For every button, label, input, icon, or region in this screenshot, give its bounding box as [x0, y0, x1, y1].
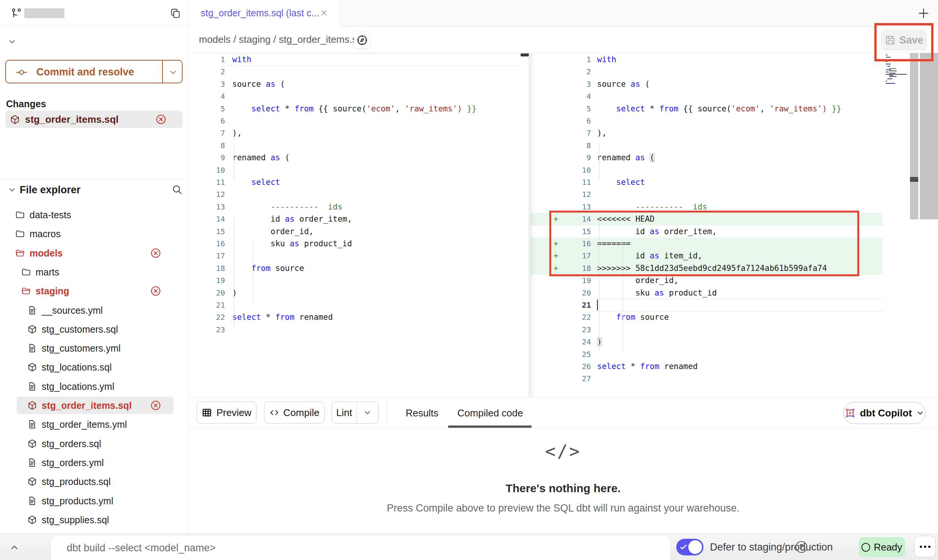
- status-circle-icon: [861, 543, 870, 552]
- panel-tab-results[interactable]: Results: [400, 397, 444, 429]
- empty-state-title: There's nothing here.: [188, 482, 938, 495]
- code-line-21: 21: [530, 299, 883, 311]
- discard-change-icon[interactable]: [150, 285, 161, 297]
- code-line-9: 9renamed as (: [530, 152, 883, 164]
- model-cube-icon: [27, 439, 37, 449]
- file-item-stg-customers-sql[interactable]: stg_customers.sql: [0, 321, 188, 338]
- preview-button[interactable]: Preview: [197, 402, 256, 424]
- discard-change-icon[interactable]: [150, 400, 161, 411]
- right-scrollbar-thumb[interactable]: [910, 177, 918, 182]
- dbt-ide-window: Version control 1 Commit and resolve Cha…: [0, 0, 938, 560]
- code-line-24: 24): [530, 336, 883, 348]
- file-doc-icon: [27, 419, 37, 429]
- code-line-10: 10: [530, 164, 883, 177]
- file-item-data-tests[interactable]: data-tests: [0, 206, 188, 224]
- chevron-down-icon[interactable]: [8, 37, 17, 46]
- new-tab-plus-icon[interactable]: [917, 7, 930, 20]
- more-options-button[interactable]: [914, 536, 936, 557]
- lineage-compass-icon[interactable]: [354, 32, 371, 48]
- branch-name-placeholder: [24, 8, 64, 18]
- table-grid-icon: [202, 407, 212, 418]
- code-line-22: 22select * from renamed: [196, 311, 522, 324]
- defer-toggle[interactable]: [676, 539, 704, 555]
- file-item-stg-orders-sql[interactable]: stg_orders.sql: [0, 435, 188, 452]
- file-type-icon: [27, 477, 37, 486]
- discard-change-icon[interactable]: [150, 247, 161, 259]
- defer-label: Defer to staging/production: [710, 534, 833, 560]
- version-control-header[interactable]: Version control 1: [0, 33, 188, 50]
- search-icon[interactable]: [171, 184, 183, 195]
- chevron-down-icon[interactable]: [8, 185, 17, 194]
- code-line-18: +18>>>>>>> 58c1dd23d5eebd9cd2495fa7124ab…: [530, 262, 883, 275]
- file-doc-icon: [27, 305, 37, 315]
- file-item-stg-order-items-sql[interactable]: stg_order_items.sql: [0, 397, 188, 414]
- active-tab-underline: [448, 425, 532, 428]
- file-item-stg-products-sql[interactable]: stg_products.sql: [0, 473, 188, 490]
- code-line-12: 12: [530, 188, 883, 201]
- right-scrollbar-track[interactable]: [910, 53, 918, 219]
- file-explorer-header[interactable]: File explorer: [0, 179, 188, 200]
- copy-icon: [170, 8, 181, 19]
- sidebar-header: [0, 0, 188, 25]
- panel-tab-compiled-code[interactable]: Compiled code: [450, 397, 531, 429]
- diff-editor[interactable]: 1with23source as (45 select * from {{ so…: [188, 53, 938, 397]
- indent-guide: [234, 217, 234, 327]
- file-item-stg-orders-yml[interactable]: stg_orders.yml: [0, 454, 188, 471]
- lint-button[interactable]: Lint: [332, 402, 357, 423]
- lint-split-button[interactable]: Lint: [331, 402, 378, 424]
- compile-button[interactable]: Compile: [264, 402, 325, 424]
- chevron-up-icon[interactable]: [9, 542, 20, 553]
- commit-and-resolve-button[interactable]: Commit and resolve: [5, 60, 183, 83]
- chevron-down-icon[interactable]: [8, 185, 17, 194]
- file-item-stg-locations-sql[interactable]: stg_locations.sql: [0, 358, 188, 376]
- code-line-17: 17: [196, 250, 522, 262]
- changed-file-row[interactable]: stg_order_items.sql: [5, 111, 183, 128]
- save-button[interactable]: Save: [881, 30, 927, 51]
- chevron-down-icon[interactable]: [168, 67, 178, 77]
- file-item--sources-yml[interactable]: __sources.yml: [0, 302, 188, 319]
- close-icon[interactable]: [319, 8, 328, 17]
- dbt-copilot-button[interactable]: dbt Copilot: [843, 402, 925, 424]
- file-item-stg-order-items-yml[interactable]: stg_order_items.yml: [0, 416, 188, 433]
- copy-icon[interactable]: [170, 8, 181, 19]
- minimap-line: [887, 78, 892, 79]
- chevron-down-icon[interactable]: [8, 37, 17, 46]
- code-line-5: 5 select * from {{ source('ecom', 'raw_i…: [530, 103, 883, 115]
- code-tag-icon: [269, 408, 279, 418]
- file-item-stg-locations-yml[interactable]: stg_locations.yml: [0, 378, 188, 395]
- file-type-icon: [27, 419, 37, 429]
- overview-scrollbar[interactable]: [920, 53, 938, 219]
- code-line-27: 27: [530, 372, 883, 385]
- file-item-macros[interactable]: macros: [0, 225, 188, 242]
- status-badge: Ready: [859, 537, 905, 557]
- file-item-staging[interactable]: staging: [0, 282, 188, 300]
- code-line-20: 20 sku as product_id: [530, 287, 883, 299]
- file-item-marts[interactable]: marts: [0, 263, 188, 281]
- file-doc-icon: [27, 496, 37, 506]
- new-tab-plus-icon: [917, 7, 930, 20]
- toolbar-divider: [386, 397, 387, 429]
- file-item-stg-customers-yml[interactable]: stg_customers.yml: [0, 339, 188, 357]
- code-line-17: +17 id as item_id,: [530, 250, 883, 262]
- code-line-20: 20): [196, 287, 522, 299]
- minimap-line: [886, 72, 889, 72]
- discard-change-icon[interactable]: [150, 247, 161, 259]
- discard-change-icon[interactable]: [155, 114, 167, 125]
- tab-stg-order-items[interactable]: stg_order_items.sql (last c...: [188, 0, 340, 27]
- left-scrollbar-thumb[interactable]: [521, 53, 529, 56]
- code-line-13: 13 ---------- ids: [530, 201, 883, 213]
- file-item-stg-products-yml[interactable]: stg_products.yml: [0, 492, 188, 510]
- file-item-models[interactable]: models: [0, 244, 188, 262]
- file-type-icon: [27, 458, 37, 468]
- model-cube-icon: [27, 515, 37, 525]
- code-line-19: 19 order_id,: [530, 274, 883, 287]
- discard-change-icon[interactable]: [150, 285, 161, 297]
- command-input[interactable]: [50, 535, 671, 560]
- file-type-icon: [27, 305, 37, 315]
- floppy-disk-icon: [885, 34, 896, 46]
- discard-change-icon[interactable]: [150, 400, 161, 411]
- chevron-down-icon[interactable]: [357, 402, 378, 423]
- chevron-down-icon: [363, 408, 372, 417]
- discard-change-icon[interactable]: [155, 114, 167, 125]
- file-item-stg-supplies-sql[interactable]: stg_supplies.sql: [0, 511, 188, 529]
